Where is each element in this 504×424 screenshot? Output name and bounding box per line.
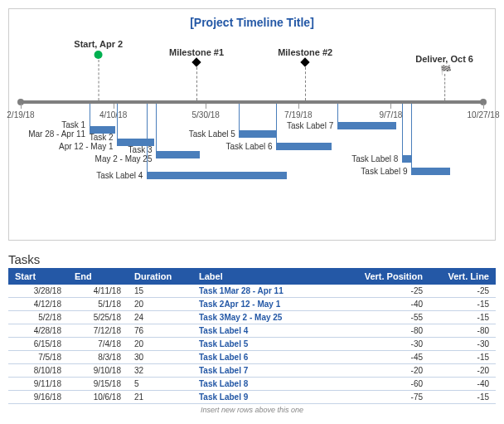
cell-duration[interactable]: 32 [128, 364, 192, 378]
col-vpos: Vert. Position [355, 268, 429, 285]
table-row[interactable]: 5/2/185/25/1824Task 3May 2 - May 25-55-1… [8, 311, 496, 324]
task-bar [147, 172, 288, 179]
cell-duration[interactable]: 21 [128, 391, 192, 404]
cell-duration[interactable]: 20 [128, 298, 192, 311]
cell-start[interactable]: 5/2/18 [8, 311, 68, 324]
cell-start[interactable]: 4/28/18 [8, 324, 68, 338]
cell-duration[interactable]: 20 [128, 338, 192, 351]
table-row[interactable]: 8/10/189/10/1832Task Label 7-20-20 [8, 364, 496, 378]
axis-tick-label: 4/10/18 [99, 110, 127, 119]
cell-vline[interactable]: -40 [429, 378, 496, 391]
axis-tick [21, 104, 22, 109]
cell-vpos[interactable]: -25 [355, 285, 429, 298]
task-connector [337, 104, 338, 122]
task-connector [117, 104, 118, 139]
cell-vpos[interactable]: -80 [355, 324, 429, 338]
cell-vpos[interactable]: -55 [355, 311, 429, 324]
task-bar [276, 143, 332, 150]
cell-vline[interactable]: -15 [429, 351, 496, 364]
milestone-label: Start, Apr 2 [74, 39, 123, 49]
axis-tick-label: 10/27/18 [468, 110, 500, 119]
cell-duration[interactable]: 5 [128, 378, 192, 391]
cell-end[interactable]: 8/3/18 [68, 351, 128, 364]
table-row[interactable]: 4/12/185/1/1820Task 2Apr 12 - May 1-40-1… [8, 298, 496, 311]
cell-label[interactable]: Task 3May 2 - May 25 [192, 311, 355, 324]
table-row[interactable]: 7/5/188/3/1830Task Label 6-45-15 [8, 351, 496, 364]
table-row[interactable]: 4/28/187/12/1876Task Label 4-80-80 [8, 324, 496, 338]
cell-label[interactable]: Task Label 8 [192, 378, 355, 391]
cell-vline[interactable]: -15 [429, 311, 496, 324]
axis-tick [390, 104, 391, 109]
cell-vline[interactable]: -15 [429, 298, 496, 311]
milestone-label: Deliver, Oct 6 [415, 54, 473, 64]
milestone-marker: Milestone #2 [278, 47, 332, 66]
cell-vline[interactable]: -15 [429, 391, 496, 404]
cell-duration[interactable]: 24 [128, 311, 192, 324]
task-bar-label: Task Label 7 [287, 121, 333, 130]
start-dot-icon [94, 51, 103, 59]
col-vline: Vert. Line [429, 268, 496, 285]
cell-start[interactable]: 7/5/18 [8, 351, 68, 364]
axis-tick [206, 104, 206, 109]
cell-label[interactable]: Task Label 5 [192, 338, 355, 351]
cell-label[interactable]: Task Label 7 [192, 364, 355, 378]
task-connector [90, 104, 90, 126]
tasks-section-title: Tasks [8, 252, 496, 266]
cell-vline[interactable]: -30 [429, 338, 496, 351]
milestone-stem [196, 67, 197, 100]
cell-vline[interactable]: -25 [429, 285, 496, 298]
cell-label[interactable]: Task Label 4 [192, 324, 355, 338]
cell-label[interactable]: Task Label 9 [192, 391, 355, 404]
cell-duration[interactable]: 30 [128, 351, 192, 364]
table-row[interactable]: 9/11/189/15/185Task Label 8-60-40 [8, 378, 496, 391]
cell-end[interactable]: 10/6/18 [68, 391, 128, 404]
milestone-marker: Start, Apr 2 [74, 39, 123, 59]
cell-label[interactable]: Task Label 6 [192, 351, 355, 364]
table-row[interactable]: 6/15/187/4/1820Task Label 5-30-30 [8, 338, 496, 351]
task-connector [156, 104, 157, 151]
insert-hint-row: Insert new rows above this one [8, 404, 496, 415]
cell-start[interactable]: 9/11/18 [8, 378, 68, 391]
milestone-stem [305, 67, 306, 100]
cell-vpos[interactable]: -75 [355, 391, 429, 404]
cell-end[interactable]: 7/12/18 [68, 324, 128, 338]
task-bar [411, 168, 450, 175]
diamond-icon [300, 57, 309, 66]
cell-vpos[interactable]: -45 [355, 351, 429, 364]
cell-label[interactable]: Task 1Mar 28 - Apr 11 [192, 285, 355, 298]
col-start: Start [8, 268, 68, 285]
table-row[interactable]: 9/16/1810/6/1821Task Label 9-75-15 [8, 391, 496, 404]
cell-start[interactable]: 6/15/18 [8, 338, 68, 351]
cell-vpos[interactable]: -40 [355, 298, 429, 311]
table-row[interactable]: 3/28/184/11/1815Task 1Mar 28 - Apr 11-25… [8, 285, 496, 298]
cell-vpos[interactable]: -60 [355, 378, 429, 391]
cell-start[interactable]: 8/10/18 [8, 364, 68, 378]
cell-start[interactable]: 9/16/18 [8, 391, 68, 404]
cell-label[interactable]: Task 2Apr 12 - May 1 [192, 298, 355, 311]
task-bar-label: Task Label 9 [361, 167, 407, 176]
cell-end[interactable]: 5/1/18 [68, 298, 128, 311]
cell-vline[interactable]: -80 [429, 324, 496, 338]
axis-tick [114, 104, 114, 109]
cell-end[interactable]: 9/15/18 [68, 378, 128, 391]
axis-tick-label: 2/19/18 [7, 110, 34, 119]
col-label: Label [192, 268, 355, 285]
task-bar-label: Task Label 4 [96, 171, 143, 180]
cell-end[interactable]: 4/11/18 [68, 285, 128, 298]
cell-end[interactable]: 5/25/18 [68, 311, 128, 324]
cell-duration[interactable]: 76 [128, 324, 192, 338]
cell-start[interactable]: 3/28/18 [8, 285, 68, 298]
insert-hint-text: Insert new rows above this one [8, 404, 496, 415]
cell-duration[interactable]: 15 [128, 285, 192, 298]
milestone-label: Milestone #2 [278, 47, 332, 57]
milestone-label: Milestone #1 [169, 47, 224, 57]
cell-vpos[interactable]: -30 [355, 338, 429, 351]
cell-vpos[interactable]: -20 [355, 364, 429, 378]
cell-end[interactable]: 9/10/18 [68, 364, 128, 378]
cell-end[interactable]: 7/4/18 [68, 338, 128, 351]
cell-vline[interactable]: -20 [429, 364, 496, 378]
task-bar-label: Task 3May 2 - May 25 [95, 145, 153, 163]
task-connector [411, 104, 412, 168]
axis-tick-label: 7/19/18 [284, 110, 312, 119]
cell-start[interactable]: 4/12/18 [8, 298, 68, 311]
